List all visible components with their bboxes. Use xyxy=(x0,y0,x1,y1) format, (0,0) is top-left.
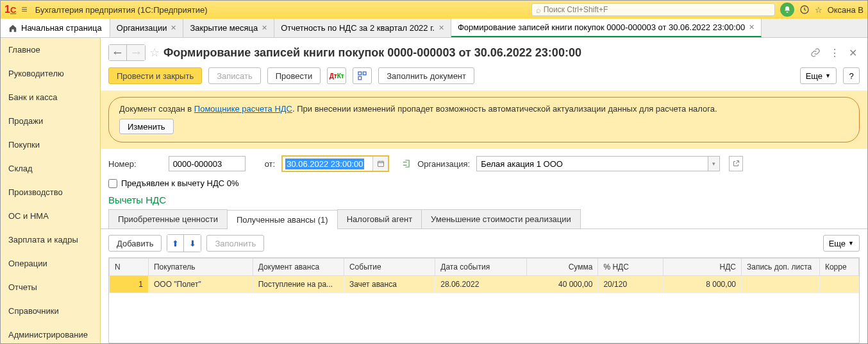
sidebar-item-assets[interactable]: ОС и НМА xyxy=(1,204,100,228)
form-row: Номер: от: 30.06.2022 23:00:00 Организац… xyxy=(101,149,867,176)
cell-n[interactable]: 1 xyxy=(110,276,149,293)
org-dropdown-icon[interactable]: ▾ xyxy=(708,156,720,171)
col-sum[interactable]: Сумма xyxy=(526,259,598,276)
help-button[interactable]: ? xyxy=(843,67,860,84)
kebab-menu-icon[interactable]: ⋮ xyxy=(827,47,842,59)
sidebar-item-warehouse[interactable]: Склад xyxy=(1,157,100,180)
col-n[interactable]: N xyxy=(110,259,149,276)
cell-vat-rate[interactable]: 20/120 xyxy=(598,276,664,293)
close-icon[interactable]: ✕ xyxy=(749,23,755,31)
global-search[interactable]: ⌕ xyxy=(531,3,775,16)
more-button[interactable]: Еще ▼ xyxy=(800,67,837,84)
inner-tabs: Приобретенные ценности Полученные авансы… xyxy=(101,209,867,229)
nav-forward-button[interactable]: 🡒 xyxy=(127,45,145,60)
col-add-sheet[interactable]: Запись доп. листа xyxy=(741,259,819,276)
vat-zero-label: Предъявлен к вычету НДС 0% xyxy=(121,178,239,188)
info-banner-wrap: Документ создан в Помощнике расчета НДС.… xyxy=(101,90,867,149)
col-event[interactable]: Событие xyxy=(344,259,435,276)
sidebar-item-purchases[interactable]: Покупки xyxy=(1,133,100,157)
date-input[interactable]: 30.06.2022 23:00:00 xyxy=(283,157,372,171)
banner-text: Документ создан в Помощнике расчета НДС.… xyxy=(119,104,849,114)
tab-purchase-book[interactable]: Формирование записей книги покупок 0000-… xyxy=(451,19,762,37)
cell-add-sheet[interactable] xyxy=(741,276,819,293)
save-button[interactable]: Записать xyxy=(208,67,261,84)
table-row[interactable]: 1 ООО "Полет" Поступление на ра... Зачет… xyxy=(110,276,859,293)
org-label: Организация: xyxy=(417,159,470,169)
sidebar-item-admin[interactable]: Администрирование xyxy=(1,323,100,344)
table-more-button[interactable]: Еще ▼ xyxy=(823,235,860,252)
date-label: от: xyxy=(265,159,276,169)
sidebar-item-main[interactable]: Главное xyxy=(1,38,100,62)
inner-tab-acquired[interactable]: Приобретенные ценности xyxy=(108,209,228,228)
favorites-icon[interactable]: ☆ xyxy=(815,5,822,15)
post-button[interactable]: Провести xyxy=(267,67,321,84)
cell-event[interactable]: Зачет аванса xyxy=(344,276,435,293)
col-advance-doc[interactable]: Документ аванса xyxy=(253,259,344,276)
org-open-button[interactable] xyxy=(729,156,743,171)
org-link-icon[interactable] xyxy=(402,159,411,168)
data-table-wrap: N Покупатель Документ аванса Событие Дат… xyxy=(108,257,860,343)
data-table: N Покупатель Документ аванса Событие Дат… xyxy=(109,258,859,293)
move-up-button[interactable]: ⬆ xyxy=(167,235,184,252)
close-panel-icon[interactable]: ✕ xyxy=(846,47,860,59)
nav-back-button[interactable]: 🡐 xyxy=(109,45,127,60)
tab-vat-report[interactable]: Отчетность по НДС за 2 квартал 2022 г. ✕ xyxy=(274,19,451,37)
sidebar-item-operations[interactable]: Операции xyxy=(1,252,100,275)
sidebar-item-catalogs[interactable]: Справочники xyxy=(1,299,100,323)
cell-event-date[interactable]: 28.06.2022 xyxy=(435,276,526,293)
change-button[interactable]: Изменить xyxy=(119,119,174,134)
sidebar-item-payroll[interactable]: Зарплата и кадры xyxy=(1,228,100,252)
search-icon: ⌕ xyxy=(536,5,541,15)
org-input[interactable] xyxy=(476,156,708,171)
username[interactable]: Оксана В xyxy=(828,5,864,15)
sidebar-item-sales[interactable]: Продажи xyxy=(1,109,100,133)
col-vat-rate[interactable]: % НДС xyxy=(598,259,664,276)
col-vat[interactable]: НДС xyxy=(664,259,742,276)
move-down-button[interactable]: ⬇ xyxy=(184,235,201,252)
notifications-icon[interactable] xyxy=(780,3,794,17)
close-icon[interactable]: ✕ xyxy=(262,24,267,32)
col-event-date[interactable]: Дата события xyxy=(435,259,526,276)
section-title: Вычеты НДС xyxy=(101,194,867,209)
sidebar-item-reports[interactable]: Отчеты xyxy=(1,275,100,299)
tab-organizations[interactable]: Организации ✕ xyxy=(110,19,184,37)
dtkt-icon[interactable]: ДтКт xyxy=(327,67,346,84)
calendar-icon[interactable] xyxy=(372,157,388,171)
banner-link[interactable]: Помощнике расчета НДС xyxy=(194,104,292,114)
sidebar-item-bank[interactable]: Банк и касса xyxy=(1,85,100,109)
inner-tab-tax-agent[interactable]: Налоговый агент xyxy=(337,209,422,228)
cell-vat[interactable]: 8 000,00 xyxy=(664,276,742,293)
tab-month-close[interactable]: Закрытие месяца ✕ xyxy=(183,19,274,37)
vat-zero-checkbox[interactable] xyxy=(108,179,117,188)
menu-icon[interactable]: ≡ xyxy=(21,4,27,15)
inner-tab-advances[interactable]: Полученные авансы (1) xyxy=(227,210,338,229)
link-icon[interactable] xyxy=(808,47,823,58)
close-icon[interactable]: ✕ xyxy=(171,24,176,32)
fill-document-button[interactable]: Заполнить документ xyxy=(378,67,474,84)
checkbox-row: Предъявлен к вычету НДС 0% xyxy=(101,176,867,194)
history-icon[interactable] xyxy=(799,4,810,15)
add-row-button[interactable]: Добавить xyxy=(108,235,162,252)
cell-buyer[interactable]: ООО "Полет" xyxy=(148,276,253,293)
fill-table-button[interactable]: Заполнить xyxy=(206,235,264,252)
svg-rect-2 xyxy=(363,72,367,75)
cell-sum[interactable]: 40 000,00 xyxy=(526,276,598,293)
close-icon[interactable]: ✕ xyxy=(438,24,444,32)
home-icon xyxy=(8,24,17,33)
structure-icon[interactable] xyxy=(353,67,372,84)
cell-advance-doc[interactable]: Поступление на ра... xyxy=(253,276,344,293)
sidebar-item-production[interactable]: Производство xyxy=(1,180,100,204)
post-and-close-button[interactable]: Провести и закрыть xyxy=(108,67,202,84)
favorite-star-icon[interactable]: ☆ xyxy=(149,46,160,60)
cell-corr[interactable] xyxy=(819,276,858,293)
sidebar-item-manager[interactable]: Руководителю xyxy=(1,62,100,85)
inner-tab-decrease[interactable]: Уменьшение стоимости реализации xyxy=(421,209,581,228)
col-corr[interactable]: Корре xyxy=(819,259,858,276)
home-tab[interactable]: Начальная страница xyxy=(1,19,110,37)
search-input[interactable] xyxy=(544,5,771,14)
app-title: Бухгалтерия предприятия (1С:Предприятие) xyxy=(35,5,208,15)
doc-header: 🡐 🡒 ☆ Формирование записей книги покупок… xyxy=(101,38,867,65)
col-buyer[interactable]: Покупатель xyxy=(148,259,253,276)
number-input[interactable] xyxy=(169,156,246,171)
chevron-down-icon: ▼ xyxy=(848,240,854,246)
